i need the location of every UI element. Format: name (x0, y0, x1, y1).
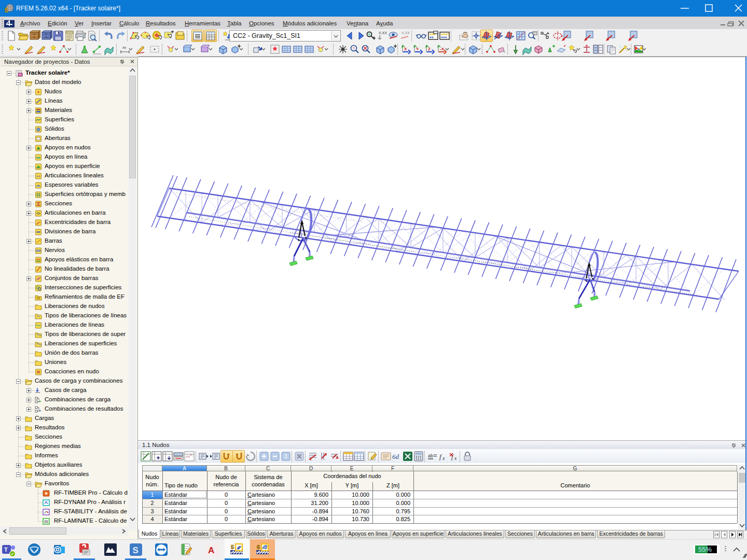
svg-text:xx: xx (122, 46, 127, 49)
svg-text:5: 5 (5, 7, 8, 13)
svg-text:ab: ab (428, 453, 433, 458)
svg-text:X.XX: X.XX (379, 31, 387, 35)
svg-text:S: S (133, 545, 139, 555)
svg-text:Z: Z (428, 47, 431, 51)
svg-text:6: 6 (257, 544, 260, 550)
svg-text:5: 5 (231, 544, 234, 550)
svg-text:3: 3 (284, 454, 287, 459)
svg-text:Y: Y (416, 47, 419, 51)
svg-text:?: ? (353, 46, 355, 51)
svg-text:x: x (442, 455, 445, 461)
svg-text:-X: -X (440, 47, 445, 51)
svg-text:X: X (404, 47, 407, 51)
svg-text:A: A (208, 545, 214, 555)
svg-text:X.XX: X.XX (402, 31, 410, 35)
svg-text:T: T (4, 547, 8, 553)
svg-text:6d: 6d (392, 453, 399, 460)
svg-text:x: x (454, 455, 457, 461)
